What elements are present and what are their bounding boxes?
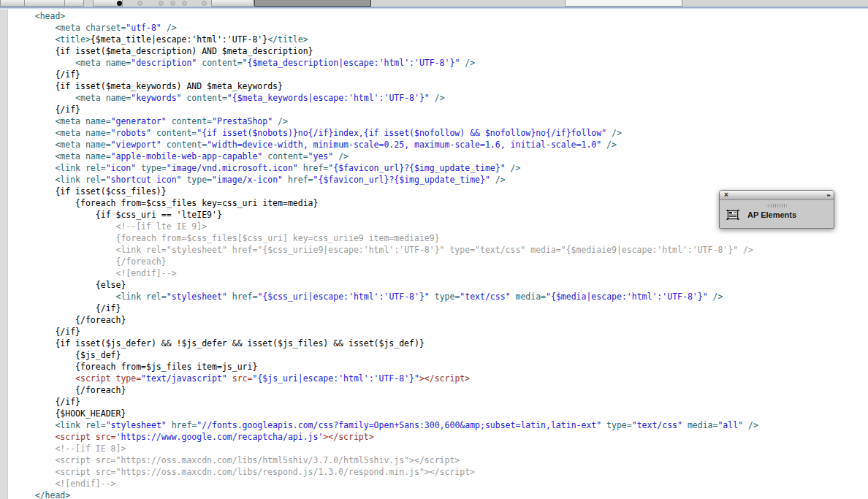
code-gutter — [0, 9, 8, 499]
code-line[interactable]: <![endif]--> — [15, 478, 868, 490]
code-line[interactable]: {$js_def} — [15, 349, 868, 361]
code-view-toolbar — [0, 0, 868, 9]
code-line[interactable]: {/if} — [15, 69, 868, 80]
ap-elements-icon — [726, 209, 740, 221]
code-area[interactable]: <head> <meta charset="utf-8" /> <title>{… — [9, 9, 868, 499]
code-line[interactable]: <title>{$meta_title|escape:'html':'UTF-8… — [15, 34, 868, 45]
toolbar-icon[interactable] — [182, 1, 187, 6]
code-line[interactable]: {/if} — [15, 302, 868, 314]
code-line[interactable]: <script src='https://www.google.com/reca… — [15, 431, 868, 443]
code-line[interactable]: {if isset($js_defer) && !$js_defer && is… — [15, 338, 868, 349]
code-line[interactable]: {foreach from=$css_files[$css_uri] key=c… — [15, 232, 868, 244]
code-line[interactable]: {/foreach} — [15, 314, 868, 326]
code-line[interactable]: <meta charset="utf-8" /> — [15, 22, 868, 34]
code-line[interactable]: <head> — [15, 10, 868, 22]
record-icon[interactable] — [117, 1, 122, 6]
code-line[interactable]: {/if} — [15, 104, 868, 115]
panel-title: AP Elements — [747, 210, 796, 219]
expand-panel-icon[interactable]: ▸▸ — [827, 191, 830, 200]
code-line[interactable]: <link rel="stylesheet" href="{$css_uriie… — [15, 244, 868, 256]
toolbar-button[interactable] — [211, 0, 254, 7]
code-line[interactable]: {/foreach} — [15, 384, 868, 396]
toolbar-icon[interactable] — [159, 1, 164, 6]
panel-titlebar[interactable]: × ▸▸ — [720, 191, 834, 200]
code-line[interactable]: <meta name="apple-mobile-web-app-capable… — [15, 151, 868, 162]
code-line[interactable]: <link rel="stylesheet" href="{$css_uri|e… — [15, 291, 868, 302]
code-line[interactable]: {else} — [15, 279, 868, 291]
ap-elements-panel[interactable]: × ▸▸ AP Elements — [719, 190, 834, 229]
code-line[interactable]: {foreach from=$js_files item=js_uri} — [15, 361, 868, 373]
toolbar-icon[interactable] — [137, 1, 142, 6]
code-line[interactable]: {/foreach} — [15, 256, 868, 267]
code-editor-window: <head> <meta charset="utf-8" /> <title>{… — [0, 0, 868, 499]
code-line[interactable]: <link rel="icon" type="image/vnd.microso… — [15, 162, 868, 174]
toolbar-search-field[interactable] — [565, 0, 682, 7]
code-line[interactable]: <script type="text/javascript" src="{$js… — [15, 373, 868, 384]
code-line[interactable]: <meta name="keywords" content="{$meta_ke… — [15, 92, 868, 104]
code-line[interactable]: <link rel="shortcut icon" type="image/x-… — [15, 174, 868, 186]
code-line[interactable]: {if isset($meta_keywords) AND $meta_keyw… — [15, 80, 868, 92]
toolbar-button-group[interactable] — [0, 0, 84, 7]
code-line[interactable]: <meta name="robots" content="{if isset($… — [15, 127, 868, 139]
code-line[interactable]: <meta name="description" content="{$meta… — [15, 57, 868, 69]
code-line[interactable]: <link rel="stylesheet" href="//fonts.goo… — [15, 419, 868, 431]
code-line[interactable]: {$HOOK_HEADER} — [15, 408, 868, 419]
code-line[interactable]: <meta name="viewport" content="width=dev… — [15, 139, 868, 151]
close-icon[interactable]: × — [724, 190, 728, 199]
code-line[interactable]: <meta name="generator" content="PrestaSh… — [15, 115, 868, 127]
code-line[interactable]: {/if} — [15, 396, 868, 408]
code-line[interactable]: <![endif]--> — [15, 267, 868, 279]
code-line[interactable]: <script src="https://oss.maxcdn.com/libs… — [15, 466, 868, 478]
toolbar-icon[interactable] — [170, 1, 175, 6]
code-line[interactable]: <script src="https://oss.maxcdn.com/libs… — [15, 454, 868, 466]
toolbar-icon[interactable] — [202, 1, 207, 6]
toolbar-separator — [64, 0, 65, 7]
code-line[interactable]: {/if} — [15, 326, 868, 338]
code-line[interactable]: {if isset($meta_description) AND $meta_d… — [15, 45, 868, 57]
code-line[interactable]: <!--[if IE 8]> — [15, 443, 868, 454]
panel-grip-handle[interactable] — [767, 204, 787, 207]
toolbar-input-field[interactable] — [254, 0, 371, 7]
code-line[interactable]: </head> — [15, 490, 868, 499]
toolbar-separator — [24, 0, 25, 7]
panel-tab-row[interactable]: AP Elements — [726, 209, 834, 221]
